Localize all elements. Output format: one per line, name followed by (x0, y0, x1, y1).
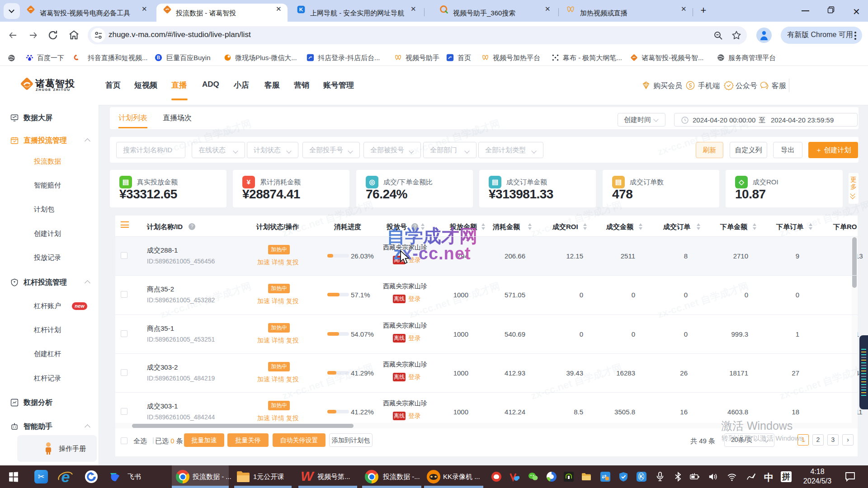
svg-text:K: K (299, 6, 303, 12)
svg-text:B: B (157, 55, 160, 60)
